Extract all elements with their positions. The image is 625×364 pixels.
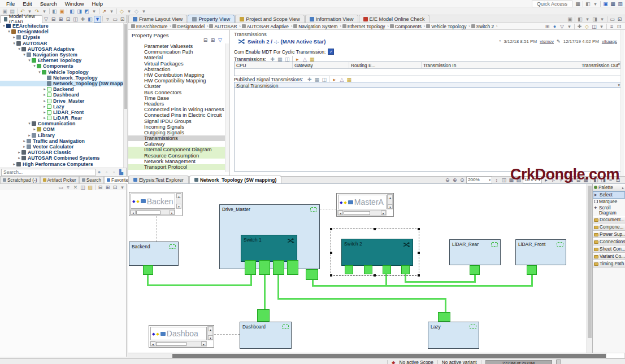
toolbar-icon[interactable] (600, 1, 601, 7)
expand-all-icon[interactable]: ⊞ (57, 16, 64, 23)
connection-line[interactable] (147, 284, 252, 286)
frame-vscrollbar[interactable]: ▴▾ (387, 194, 393, 209)
folder-icon[interactable]: ▨ (86, 184, 94, 191)
frame-hscrollbar[interactable]: ◂▸ (150, 341, 207, 347)
garbage-collect-icon[interactable] (556, 359, 561, 364)
debug-perspective-icon[interactable]: ▦ (609, 1, 617, 7)
tab-project-and-scope-view[interactable]: Project and Scope View (235, 15, 304, 23)
property-pages-scrollbar[interactable] (225, 43, 229, 172)
tab-artifact-picker[interactable]: Artifact Picker (40, 176, 79, 183)
active-variant-status[interactable]: No active variant (442, 359, 477, 364)
property-page-item[interactable]: Material (128, 55, 226, 60)
toolbar-icon[interactable] (574, 24, 575, 29)
link-with-editor-icon[interactable]: ⊡ (64, 16, 72, 23)
property-page-item[interactable]: Abstraction (128, 67, 226, 72)
nav-dropdown-icon[interactable]: ▾ (90, 8, 98, 15)
expander-icon[interactable]: ▾ (37, 70, 42, 74)
filter-icon[interactable]: ▽ (558, 23, 566, 30)
scroll-right-icon[interactable]: ▸ (201, 341, 206, 346)
palette-drawer[interactable]: Power Sup... (593, 231, 625, 238)
property-page-item[interactable]: Transmissions (128, 135, 226, 141)
property-page-item[interactable]: Network Management (128, 159, 226, 164)
collapse-palette-icon[interactable]: ▸ (622, 186, 624, 190)
breadcrumb-item[interactable]: Navigation System › (293, 24, 342, 29)
frame-hscrollbar[interactable]: ◂▸ (130, 209, 175, 215)
group-icon[interactable]: ◫ (79, 184, 86, 191)
scope-icon[interactable]: ◧ (86, 16, 94, 23)
breadcrumb-item[interactable]: Ethernet Topology › (342, 24, 390, 29)
property-page-item[interactable]: Virtual Packages (128, 61, 226, 67)
collapse-all-icon[interactable]: ⊟ (202, 37, 209, 43)
pin-dropdown-icon[interactable]: ▾ (584, 16, 591, 23)
palette-drawer[interactable]: Compone... (593, 223, 625, 231)
palette-drawer[interactable]: Document... (593, 216, 625, 223)
signal-dropdown-icon[interactable]: ▾ (618, 83, 620, 87)
scroll-left-icon[interactable]: ◂ (131, 210, 136, 214)
connection-line[interactable] (405, 281, 476, 283)
toolbar-icon[interactable] (17, 8, 18, 14)
history-dropdown-icon[interactable]: ▾ (598, 16, 606, 23)
frame-vscrollbar[interactable]: ▴▾ (207, 326, 213, 340)
page-filter-icon[interactable]: ▽ (216, 37, 224, 43)
node-lazy[interactable]: Lazy (428, 322, 479, 349)
palette-drawer[interactable]: Sheet Con... (593, 245, 625, 253)
tab-scratchpad[interactable]: Scratchpad (-) (0, 176, 40, 183)
table-column-header[interactable]: Gateway (293, 62, 349, 68)
table-column-header[interactable]: Transmission In (422, 62, 580, 68)
port[interactable] (259, 260, 270, 275)
tree-item-dashboard[interactable]: ▸ Dashboard (0, 92, 123, 98)
toolbar-icon[interactable] (329, 76, 329, 82)
scroll-down-icon[interactable]: ▾ (388, 204, 393, 209)
expander-icon[interactable]: ▸ (22, 144, 27, 149)
expander-icon[interactable]: ▸ (22, 139, 27, 143)
tree-item-autosar-classic[interactable]: ▸ AUTOSAR Classic (0, 150, 123, 155)
tab-elypsis-test-explorer[interactable]: Elypsis:Test Explorer (128, 176, 189, 183)
tree-item-network-topology-sw-mapping[interactable]: Network_Topology (SW mapping) (0, 81, 123, 86)
toolbar-icon[interactable] (49, 8, 50, 14)
property-page-item[interactable]: Resource Consumption (128, 153, 226, 159)
back-history-icon[interactable]: ◇ (118, 8, 125, 15)
perspective-dropdown-icon[interactable]: ▾ (592, 1, 599, 7)
tree-item-com[interactable]: ▸ COM (0, 126, 123, 132)
expander-icon[interactable]: ▾ (17, 47, 21, 51)
layers-icon[interactable]: ◫ (500, 177, 507, 183)
favorite-icon[interactable]: ◇ (583, 23, 591, 30)
port[interactable] (306, 269, 318, 280)
tree-item-lazy[interactable]: ▸ Lazy (0, 104, 123, 109)
expander-icon[interactable]: ▾ (7, 29, 11, 34)
link-icon[interactable]: ⊡ (111, 184, 119, 191)
expand-all-icon[interactable]: ⊞ (209, 37, 216, 43)
tree-item-autosar[interactable]: ▾ AUTOSAR (0, 41, 123, 46)
connection-line[interactable] (445, 298, 446, 313)
property-page-item[interactable]: Communication Path (128, 49, 226, 55)
com-enable-checkbox[interactable]: ✓ (328, 49, 334, 55)
port[interactable] (273, 260, 284, 275)
connection-line[interactable] (277, 275, 279, 300)
minimize-icon[interactable]: ▭ (111, 16, 119, 23)
scroll-right-icon[interactable]: ▸ (170, 210, 175, 214)
breadcrumb-item[interactable]: Components › (390, 24, 426, 29)
expander-icon[interactable]: ▸ (17, 156, 21, 160)
tree-item-autosar-combined-systems[interactable]: ▸ AUTOSAR Combined Systems (0, 155, 123, 161)
forward-history-icon[interactable]: ◇ (133, 8, 140, 15)
toolbar-icon[interactable] (575, 16, 575, 22)
breadcrumb-item[interactable]: Switch 2 › (471, 24, 499, 29)
breadcrumb-item[interactable]: Vehicle Topology › (426, 24, 471, 29)
property-page-item[interactable]: Transport Protocol (128, 164, 226, 170)
expand-icon[interactable]: ⊞ (544, 23, 551, 30)
active-filter-icon[interactable]: ▼ (94, 16, 101, 23)
node-backend[interactable]: Backend (129, 242, 179, 266)
palette-tool-scroll-diagram[interactable]: Scroll Diagram (593, 205, 625, 216)
port[interactable] (345, 265, 353, 274)
zoom-level-combo[interactable]: 200%▾ (466, 177, 492, 183)
palette-drawer[interactable]: Variant Co... (593, 253, 625, 260)
collapse-all-icon[interactable]: ⊟ (50, 16, 57, 23)
table-column-header[interactable]: Routing E... (349, 62, 422, 68)
tree-item-lidar-rear[interactable]: ▸ LiDAR_Rear (0, 115, 123, 121)
connection-line[interactable] (277, 298, 446, 300)
modeling-perspective-icon[interactable]: ▣ (602, 1, 609, 7)
menu-item[interactable]: Window (61, 1, 88, 7)
frame-vscrollbar[interactable]: ▴▾ (176, 193, 181, 209)
perspective-icon[interactable]: ▦ (574, 1, 581, 7)
maximize-icon[interactable]: ⊡ (119, 16, 126, 23)
